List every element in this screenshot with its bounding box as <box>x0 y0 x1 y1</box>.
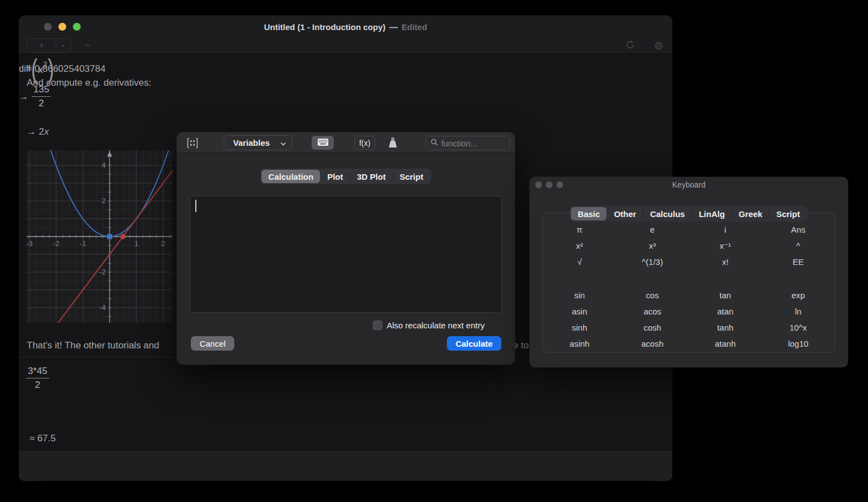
key-[interactable]: π <box>543 222 616 238</box>
svg-text:-2: -2 <box>53 239 60 248</box>
keyboard-toggle-button[interactable] <box>312 136 334 150</box>
next-entry-area[interactable] <box>19 452 672 481</box>
keyboard-tab-bar: BasicOtherCalculusLinAlgGreekScript <box>570 206 807 222</box>
keyboard-tab-linalg[interactable]: LinAlg <box>692 207 732 220</box>
function-search-input[interactable]: function... <box>426 136 510 150</box>
window-title-separator: — <box>389 22 398 32</box>
remove-entry-button[interactable]: − <box>79 38 96 53</box>
dialog-toolbar: Variables f(x) <box>177 132 515 153</box>
svg-text:-2: -2 <box>99 268 106 276</box>
key-acos[interactable]: acos <box>616 303 689 319</box>
recalculate-icon[interactable] <box>625 39 636 52</box>
keyboard-tab-greek[interactable]: Greek <box>732 207 770 220</box>
dialog-tab-bar: CalculationPlot3D PlotScript <box>260 169 431 184</box>
svg-text:-1: -1 <box>80 239 86 248</box>
variables-dropdown-label: Variables <box>233 138 270 147</box>
key-ee[interactable]: EE <box>762 254 835 270</box>
gear-icon[interactable]: ⚙ <box>654 41 663 51</box>
keyboard-panel-title: Keyboard <box>530 177 848 193</box>
screen: Untitled (1 - Introduction copy) — Edite… <box>0 0 868 502</box>
keyboard-tab-script[interactable]: Script <box>770 207 807 220</box>
cancel-button[interactable]: Cancel <box>191 336 234 351</box>
recalculate-checkbox-label: Also recalculate next entry <box>387 321 485 330</box>
tab-script[interactable]: Script <box>393 170 430 183</box>
tab-3d-plot[interactable]: 3D Plot <box>351 170 393 183</box>
window-titlebar: Untitled (1 - Introduction copy) — Edite… <box>19 16 672 38</box>
key-x[interactable]: x! <box>689 254 762 270</box>
calculate-button[interactable]: Calculate <box>447 336 501 351</box>
matrix-icon[interactable] <box>186 136 199 149</box>
key-sin[interactable]: sin <box>543 287 616 303</box>
keyboard-icon <box>318 138 328 148</box>
add-entry-icon[interactable]: + <box>27 40 56 51</box>
key-x[interactable]: x⁻¹ <box>689 238 762 254</box>
keyboard-tab-other[interactable]: Other <box>607 207 643 220</box>
document-toolbar: + ▾ − ⚙ <box>19 38 672 54</box>
plot-canvas: -3-2-11242-2-4 <box>27 150 172 323</box>
key-log10[interactable]: log10 <box>762 336 835 352</box>
approx-result-2: ≈ 67.5 <box>29 433 56 444</box>
variables-dropdown[interactable]: Variables <box>224 135 292 150</box>
key-sinh[interactable]: sinh <box>543 319 616 336</box>
key-exp[interactable]: exp <box>762 287 835 303</box>
search-placeholder: function... <box>441 139 477 148</box>
add-entry-chevron-icon[interactable]: ▾ <box>56 43 71 48</box>
derivative-result: → 2x <box>27 126 49 137</box>
key-tanh[interactable]: tanh <box>689 319 762 336</box>
tab-plot[interactable]: Plot <box>320 170 349 183</box>
key-[interactable]: ^ <box>762 238 835 254</box>
keyboard-panel: Keyboard πeiAnsx²x³x⁻¹^√^(1/3)x!EEsincos… <box>530 177 848 367</box>
text-caret <box>195 200 196 212</box>
comment-closing-fragment: e to <box>513 340 529 351</box>
calculation-dialog: Variables f(x) <box>177 132 515 365</box>
keyboard-tab-calculus[interactable]: Calculus <box>643 207 692 220</box>
svg-text:2: 2 <box>102 196 106 205</box>
key-acosh[interactable]: acosh <box>616 336 689 352</box>
recalculate-option: Also recalculate next entry <box>373 321 485 330</box>
key-ln[interactable]: ln <box>762 303 835 319</box>
key-[interactable]: √ <box>543 254 616 270</box>
window-edited-status: Edited <box>402 22 427 32</box>
svg-text:2: 2 <box>161 239 165 248</box>
expression-editor[interactable] <box>190 196 502 313</box>
key-10-x[interactable]: 10^x <box>762 319 835 336</box>
key-x[interactable]: x³ <box>616 238 689 254</box>
search-icon <box>431 138 438 148</box>
key-asin[interactable]: asin <box>543 303 616 319</box>
svg-text:1: 1 <box>134 239 138 248</box>
add-entry-button-group[interactable]: + ▾ <box>27 38 71 53</box>
key-e[interactable]: e <box>616 222 689 238</box>
key-x[interactable]: x² <box>543 238 616 254</box>
key-cosh[interactable]: cosh <box>616 319 689 336</box>
svg-text:-3: -3 <box>26 239 33 248</box>
fraction-input: 3*45 2 <box>26 366 49 391</box>
key-atan[interactable]: atan <box>689 303 762 319</box>
approx-result-1: ≈ 0.866025403784 <box>27 63 106 75</box>
key-ans[interactable]: Ans <box>762 222 835 238</box>
comment-derivatives: And compute e.g. derivatives: <box>27 77 151 88</box>
open-paren: ( <box>31 54 37 85</box>
key-tan[interactable]: tan <box>689 287 762 303</box>
key-asinh[interactable]: asinh <box>543 336 616 352</box>
weight-icon[interactable] <box>386 136 400 150</box>
window-title-text: Untitled (1 - Introduction copy) <box>264 22 385 32</box>
keyboard-titlebar: Keyboard <box>530 177 848 193</box>
keyboard-keys-panel: πeiAnsx²x³x⁻¹^√^(1/3)x!EEsincostanexpasi… <box>542 212 835 353</box>
key-1-3[interactable]: ^(1/3) <box>616 254 689 270</box>
chevron-down-icon <box>280 138 286 147</box>
key-atanh[interactable]: atanh <box>689 336 762 352</box>
function-builder-button[interactable]: f(x) <box>354 136 375 150</box>
keyboard-tab-basic[interactable]: Basic <box>571 207 606 220</box>
close-paren: ) <box>48 54 54 85</box>
tab-calculation[interactable]: Calculation <box>262 170 320 183</box>
window-title: Untitled (1 - Introduction copy) — Edite… <box>19 16 672 38</box>
svg-text:4: 4 <box>102 161 106 169</box>
comment-closing: That's it! The other tutorials and <box>27 340 159 351</box>
key-grid-gap <box>543 270 835 287</box>
key-i[interactable]: i <box>689 222 762 238</box>
key-cos[interactable]: cos <box>616 287 689 303</box>
svg-text:-4: -4 <box>99 303 106 312</box>
recalculate-checkbox[interactable] <box>373 321 382 330</box>
